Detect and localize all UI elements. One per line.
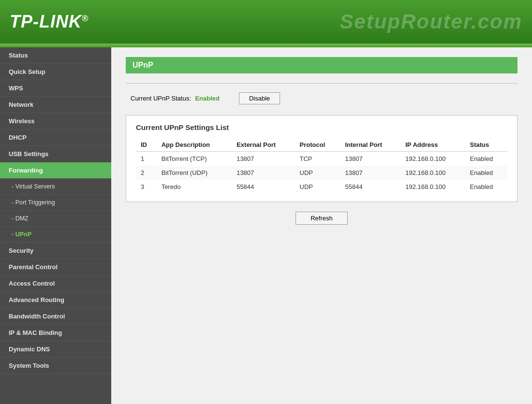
- refresh-row: Refresh: [126, 212, 517, 225]
- cell-id: 3: [136, 180, 157, 194]
- cell-ip: 192.168.0.100: [400, 180, 465, 194]
- cell-id: 1: [136, 152, 157, 166]
- sidebar-item-wps[interactable]: WPS: [0, 80, 111, 97]
- sidebar-item-bandwidth-control[interactable]: Bandwidth Control: [0, 308, 111, 325]
- sidebar-item-dynamic-dns[interactable]: Dynamic DNS: [0, 341, 111, 358]
- sidebar: Status Quick Setup WPS Network Wireless …: [0, 47, 111, 404]
- sidebar-item-parental-control[interactable]: Parental Control: [0, 259, 111, 275]
- cell-id: 2: [136, 166, 157, 180]
- col-id: ID: [136, 138, 157, 152]
- sidebar-item-port-triggering[interactable]: - Port Triggering: [0, 195, 111, 211]
- cell-ext-port: 13807: [232, 166, 295, 180]
- sidebar-item-wireless[interactable]: Wireless: [0, 113, 111, 130]
- logo-mark: ®: [82, 14, 89, 23]
- sidebar-item-upnp[interactable]: - UPnP: [0, 227, 111, 243]
- sidebar-item-virtual-servers[interactable]: - Virtual Servers: [0, 179, 111, 195]
- status-label: Current UPnP Status: Enabled: [131, 95, 220, 102]
- table-header-row: ID App Description External Port Protoco…: [136, 138, 507, 152]
- cell-protocol: TCP: [295, 152, 340, 166]
- logo-text: TP-LINK: [10, 12, 82, 31]
- cell-status: Enabled: [465, 166, 507, 180]
- cell-status: Enabled: [465, 180, 507, 194]
- cell-protocol: UDP: [295, 180, 340, 194]
- sidebar-item-forwarding[interactable]: Forwarding: [0, 162, 111, 179]
- cell-ip: 192.168.0.100: [400, 152, 465, 166]
- sidebar-item-dhcp[interactable]: DHCP: [0, 130, 111, 146]
- table-row: 3 Teredo 55844 UDP 55844 192.168.0.100 E…: [136, 180, 507, 194]
- table-title: Current UPnP Settings List: [136, 123, 507, 131]
- col-int-port: Internal Port: [340, 138, 400, 152]
- sidebar-item-security[interactable]: Security: [0, 243, 111, 259]
- status-row: Current UPnP Status: Enabled Disable: [131, 92, 517, 104]
- watermark: SetupRouter.com: [340, 10, 522, 33]
- header-bar: [0, 43, 532, 47]
- main-layout: Status Quick Setup WPS Network Wireless …: [0, 47, 532, 404]
- sidebar-item-system-tools[interactable]: System Tools: [0, 358, 111, 374]
- cell-int-port: 13807: [340, 166, 400, 180]
- page-title: UPnP: [126, 57, 517, 73]
- table-row: 1 BitTorrent (TCP) 13807 TCP 13807 192.1…: [136, 152, 507, 166]
- sidebar-item-usb-settings[interactable]: USB Settings: [0, 146, 111, 162]
- cell-ext-port: 55844: [232, 180, 295, 194]
- cell-app: Teredo: [157, 180, 232, 194]
- status-value: Enabled: [195, 95, 220, 102]
- cell-int-port: 13807: [340, 152, 400, 166]
- disable-button[interactable]: Disable: [239, 92, 280, 104]
- cell-protocol: UDP: [295, 166, 340, 180]
- upnp-table-section: Current UPnP Settings List ID App Descri…: [126, 115, 517, 202]
- header: TP-LINK® SetupRouter.com: [0, 0, 532, 43]
- col-status: Status: [465, 138, 507, 152]
- cell-int-port: 55844: [340, 180, 400, 194]
- cell-ext-port: 13807: [232, 152, 295, 166]
- refresh-button[interactable]: Refresh: [296, 212, 348, 225]
- col-protocol: Protocol: [295, 138, 340, 152]
- cell-app: BitTorrent (TCP): [157, 152, 232, 166]
- cell-ip: 192.168.0.100: [400, 166, 465, 180]
- divider-top: [126, 83, 517, 84]
- upnp-table: ID App Description External Port Protoco…: [136, 138, 507, 194]
- col-ip: IP Address: [400, 138, 465, 152]
- sidebar-item-quick-setup[interactable]: Quick Setup: [0, 64, 111, 80]
- cell-status: Enabled: [465, 152, 507, 166]
- sidebar-item-dmz[interactable]: - DMZ: [0, 211, 111, 227]
- col-app: App Description: [157, 138, 232, 152]
- sidebar-item-access-control[interactable]: Access Control: [0, 275, 111, 292]
- sidebar-item-advanced-routing[interactable]: Advanced Routing: [0, 292, 111, 308]
- sidebar-item-status[interactable]: Status: [0, 47, 111, 64]
- cell-app: BitTorrent (UDP): [157, 166, 232, 180]
- sidebar-item-network[interactable]: Network: [0, 97, 111, 113]
- logo: TP-LINK®: [10, 12, 89, 32]
- col-ext-port: External Port: [232, 138, 295, 152]
- sidebar-item-ip-mac-binding[interactable]: IP & MAC Binding: [0, 325, 111, 341]
- table-row: 2 BitTorrent (UDP) 13807 UDP 13807 192.1…: [136, 166, 507, 180]
- content-area: UPnP Current UPnP Status: Enabled Disabl…: [111, 47, 532, 404]
